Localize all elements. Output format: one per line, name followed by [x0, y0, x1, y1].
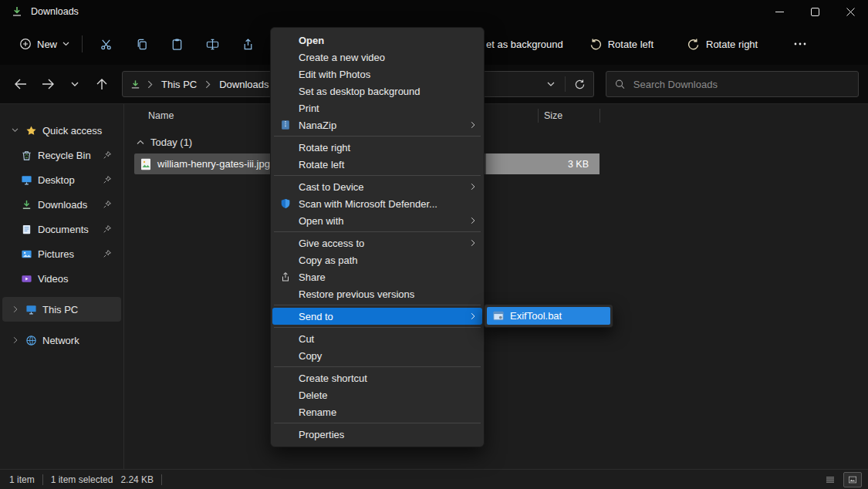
window-controls: [762, 0, 868, 23]
sidebar-item-videos[interactable]: Videos: [2, 266, 121, 291]
search-input[interactable]: [632, 78, 849, 91]
more-options-button[interactable]: [787, 33, 813, 55]
sidebar-item-network[interactable]: Network: [2, 328, 121, 352]
downloads-icon: [21, 199, 32, 211]
refresh-button[interactable]: [569, 73, 590, 95]
sidebar-item-recycle-bin[interactable]: Recycle Bin: [2, 143, 121, 167]
search-box[interactable]: [606, 71, 859, 97]
sidebar-item-label: Videos: [38, 273, 69, 285]
breadcrumb-this-pc[interactable]: This PC: [155, 79, 203, 90]
menu-item-copy[interactable]: Copy: [272, 347, 482, 364]
copy-button[interactable]: [126, 30, 157, 58]
menu-item-label: Send to: [299, 311, 333, 322]
address-dropdown-button[interactable]: [540, 73, 562, 95]
toolbar-divider: [82, 35, 83, 52]
menu-item-edit-with-photos[interactable]: Edit with Photos: [272, 66, 482, 83]
menu-item-rotate-right[interactable]: Rotate right: [272, 139, 482, 156]
up-button[interactable]: [90, 73, 113, 96]
cut-button[interactable]: [90, 30, 121, 58]
menu-item-open-with[interactable]: Open with: [272, 212, 482, 229]
menu-item-label: Give access to: [299, 238, 364, 249]
sidebar-item-downloads[interactable]: Downloads: [2, 192, 121, 217]
menu-item-cut[interactable]: Cut: [272, 330, 482, 347]
sidebar-item-desktop[interactable]: Desktop: [2, 167, 121, 192]
breadcrumb-downloads[interactable]: Downloads: [213, 79, 275, 90]
menu-item-open[interactable]: Open: [272, 32, 482, 49]
sidebar-item-label: This PC: [42, 304, 78, 315]
chevron-up-icon[interactable]: [137, 140, 144, 145]
menu-item-print[interactable]: Print: [272, 99, 482, 116]
share-button[interactable]: [232, 30, 263, 58]
menu-item-share[interactable]: Share: [272, 268, 482, 285]
menu-item-copy-as-path[interactable]: Copy as path: [272, 251, 482, 268]
column-headers: Name Size: [124, 104, 868, 127]
menu-separator: [274, 327, 481, 328]
sidebar-item-this-pc[interactable]: This PC: [2, 297, 121, 322]
sidebar-item-quick-access[interactable]: Quick access: [2, 118, 121, 143]
menu-item-create-shortcut[interactable]: Create shortcut: [272, 369, 482, 386]
addressbar-divider: [565, 76, 566, 92]
sidebar-item-pictures[interactable]: Pictures: [2, 241, 121, 266]
menu-item-delete[interactable]: Delete: [272, 386, 482, 403]
menu-item-cast-to-device[interactable]: Cast to Device: [272, 178, 482, 195]
column-header-size[interactable]: Size: [544, 110, 562, 121]
new-button-label: New: [37, 39, 57, 50]
column-header-name[interactable]: Name: [148, 110, 174, 121]
forward-button[interactable]: [36, 73, 59, 96]
menu-item-label: Rotate left: [299, 159, 344, 170]
thumbnails-view-button[interactable]: [843, 472, 862, 487]
details-view-button[interactable]: [821, 472, 839, 487]
maximize-button[interactable]: [797, 0, 833, 23]
menu-item-label: Edit with Photos: [299, 69, 370, 80]
chevron-down-icon[interactable]: [10, 128, 20, 133]
chevron-right-icon[interactable]: [10, 336, 20, 344]
rotate-left-button[interactable]: Rotate left: [585, 37, 658, 51]
star-icon: [25, 125, 37, 137]
menu-item-scan-with-microsoft-defender[interactable]: Scan with Microsoft Defender...: [272, 195, 482, 212]
pictures-icon: [21, 248, 32, 260]
pin-icon: [103, 200, 112, 209]
menu-item-rename[interactable]: Rename: [272, 403, 482, 420]
breadcrumb-chevron-icon: [147, 80, 154, 89]
menu-item-send-to[interactable]: Send to: [272, 308, 482, 325]
group-header-label: Today (1): [150, 137, 192, 148]
menu-item-properties[interactable]: Properties: [272, 426, 482, 443]
rename-button[interactable]: [197, 30, 228, 58]
recent-locations-button[interactable]: [63, 73, 86, 96]
submenu-arrow-icon: [471, 217, 475, 224]
close-button[interactable]: [833, 0, 868, 23]
new-button[interactable]: New: [12, 32, 76, 56]
status-bar: 1 item 1 item selected 2.24 KB: [0, 469, 868, 489]
menu-item-create-a-new-video[interactable]: Create a new video: [272, 49, 482, 66]
chevron-down-icon: [62, 42, 69, 46]
paste-button[interactable]: [161, 30, 192, 58]
details-view-icon: [826, 475, 834, 484]
minimize-button[interactable]: [762, 0, 797, 23]
downloads-folder-icon: [126, 79, 145, 90]
menu-item-set-as-desktop-background[interactable]: Set as desktop background: [272, 83, 482, 99]
submenu-item-exiftool-bat[interactable]: ExifTool.bat: [487, 307, 610, 325]
column-divider[interactable]: [538, 109, 539, 123]
batch-file-icon: [493, 311, 504, 321]
column-divider[interactable]: [599, 109, 600, 123]
rotate-left-icon: [589, 38, 602, 50]
rotate-right-button[interactable]: Rotate right: [683, 37, 762, 51]
window-title: Downloads: [31, 6, 79, 17]
menu-item-label: Share: [299, 271, 326, 283]
menu-item-label: Set as desktop background: [299, 86, 420, 97]
cut-icon: [100, 38, 113, 51]
chevron-right-icon[interactable]: [10, 305, 20, 313]
pin-icon: [103, 150, 112, 160]
back-button[interactable]: [9, 73, 32, 96]
send-to-submenu: ExifTool.bat: [484, 304, 613, 328]
sidebar-item-label: Documents: [38, 224, 89, 235]
set-as-background-button-partial[interactable]: et as background: [486, 39, 563, 50]
menu-item-rotate-left[interactable]: Rotate left: [272, 156, 482, 173]
this-pc-icon: [25, 304, 37, 315]
sidebar-item-documents[interactable]: Documents: [2, 217, 121, 241]
menu-item-label: Properties: [299, 429, 344, 440]
menu-item-nanazip[interactable]: NanaZip: [272, 116, 482, 133]
menu-item-restore-previous-versions[interactable]: Restore previous versions: [272, 285, 482, 302]
group-header-today[interactable]: Today (1): [137, 133, 868, 150]
menu-item-give-access-to[interactable]: Give access to: [272, 234, 482, 251]
